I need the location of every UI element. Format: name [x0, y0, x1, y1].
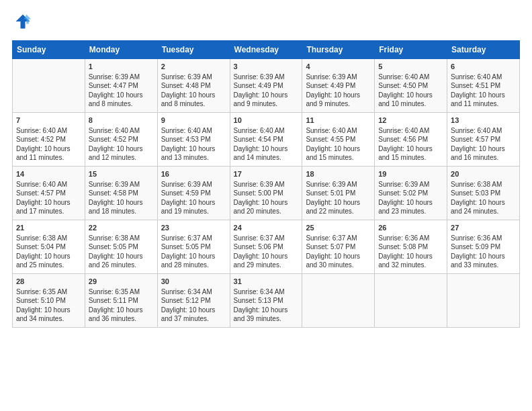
day-info-line: and 37 minutes.	[161, 314, 226, 324]
day-number: 6	[451, 62, 516, 72]
day-info-line: Sunset: 5:08 PM	[378, 242, 443, 252]
day-info-line: Daylight: 10 hours	[378, 144, 443, 154]
day-number: 25	[306, 223, 371, 233]
header-cell-thursday: Thursday	[302, 41, 375, 59]
day-info-line: Sunset: 4:59 PM	[161, 189, 226, 198]
header-cell-tuesday: Tuesday	[157, 41, 230, 59]
day-info-line: and 12 minutes.	[89, 153, 154, 163]
day-info-line: Sunrise: 6:39 AM	[234, 73, 299, 82]
day-info-line: and 22 minutes.	[306, 207, 371, 216]
day-number: 22	[89, 223, 154, 233]
day-number: 4	[306, 62, 371, 72]
day-info-line: and 15 minutes.	[378, 153, 443, 163]
day-number: 28	[16, 277, 81, 287]
day-cell: 7Sunrise: 6:40 AMSunset: 4:52 PMDaylight…	[13, 113, 85, 167]
day-info-line: Daylight: 10 hours	[306, 91, 371, 100]
day-info-line: and 8 minutes.	[161, 99, 226, 109]
day-info-line: Daylight: 10 hours	[161, 144, 226, 154]
day-info-line: Sunrise: 6:36 AM	[378, 234, 443, 243]
day-cell: 25Sunrise: 6:37 AMSunset: 5:07 PMDayligh…	[302, 220, 375, 274]
day-info-line: Sunrise: 6:38 AM	[89, 234, 154, 243]
header-cell-monday: Monday	[85, 41, 157, 59]
day-number: 24	[234, 223, 299, 233]
day-info-line: and 19 minutes.	[161, 207, 226, 216]
day-cell: 30Sunrise: 6:34 AMSunset: 5:12 PMDayligh…	[157, 274, 230, 328]
header	[12, 12, 520, 34]
day-info-line: Sunrise: 6:40 AM	[451, 73, 516, 82]
day-cell: 19Sunrise: 6:39 AMSunset: 5:02 PMDayligh…	[375, 167, 447, 220]
day-cell: 2Sunrise: 6:39 AMSunset: 4:48 PMDaylight…	[157, 59, 230, 113]
day-info-line: Sunrise: 6:37 AM	[161, 234, 226, 243]
day-info-line: Sunset: 4:48 PM	[161, 81, 226, 91]
day-info-line: Daylight: 10 hours	[451, 198, 516, 208]
day-cell: 12Sunrise: 6:40 AMSunset: 4:56 PMDayligh…	[375, 113, 447, 167]
day-number: 2	[161, 62, 226, 72]
day-info-line: Daylight: 10 hours	[161, 91, 226, 100]
day-number: 1	[89, 62, 154, 72]
day-info-line: and 17 minutes.	[16, 207, 81, 216]
header-cell-sunday: Sunday	[13, 41, 85, 59]
day-info-line: Sunset: 5:06 PM	[234, 242, 299, 252]
day-info-line: Sunset: 4:52 PM	[16, 135, 81, 144]
calendar-table: SundayMondayTuesdayWednesdayThursdayFrid…	[12, 40, 520, 328]
day-info-line: and 30 minutes.	[306, 261, 371, 270]
week-row-5: 28Sunrise: 6:35 AMSunset: 5:10 PMDayligh…	[13, 274, 520, 328]
header-cell-wednesday: Wednesday	[230, 41, 302, 59]
day-cell: 14Sunrise: 6:40 AMSunset: 4:57 PMDayligh…	[13, 167, 85, 220]
day-cell: 4Sunrise: 6:39 AMSunset: 4:49 PMDaylight…	[302, 59, 375, 113]
day-info-line: Sunset: 5:11 PM	[89, 296, 154, 306]
day-info-line: Sunset: 5:02 PM	[378, 189, 443, 198]
day-info-line: Sunset: 5:05 PM	[161, 242, 226, 252]
day-info-line: Sunset: 5:13 PM	[234, 296, 299, 306]
day-cell: 23Sunrise: 6:37 AMSunset: 5:05 PMDayligh…	[157, 220, 230, 274]
day-info-line: Sunrise: 6:40 AM	[378, 73, 443, 82]
day-info-line: and 15 minutes.	[306, 153, 371, 163]
week-row-1: 1Sunrise: 6:39 AMSunset: 4:47 PMDaylight…	[13, 59, 520, 113]
day-info-line: Daylight: 10 hours	[89, 198, 154, 208]
day-cell: 20Sunrise: 6:38 AMSunset: 5:03 PMDayligh…	[447, 167, 520, 220]
day-info-line: Sunrise: 6:38 AM	[16, 234, 81, 243]
day-info-line: Sunrise: 6:39 AM	[306, 73, 371, 82]
day-cell: 31Sunrise: 6:34 AMSunset: 5:13 PMDayligh…	[230, 274, 302, 328]
day-info-line: Sunset: 4:55 PM	[306, 135, 371, 144]
day-number: 26	[378, 223, 443, 233]
day-info-line: Sunset: 4:57 PM	[451, 135, 516, 144]
day-info-line: Sunrise: 6:35 AM	[89, 287, 154, 297]
day-info-line: Sunrise: 6:35 AM	[16, 287, 81, 297]
day-info-line: and 18 minutes.	[89, 207, 154, 216]
day-info-line: and 14 minutes.	[234, 153, 299, 163]
day-info-line: and 33 minutes.	[451, 261, 516, 270]
day-info-line: Sunset: 4:51 PM	[451, 81, 516, 91]
day-info-line: Daylight: 10 hours	[234, 306, 299, 315]
day-info-line: and 11 minutes.	[16, 153, 81, 163]
day-cell: 6Sunrise: 6:40 AMSunset: 4:51 PMDaylight…	[447, 59, 520, 113]
day-info-line: Daylight: 10 hours	[234, 144, 299, 154]
day-cell: 5Sunrise: 6:40 AMSunset: 4:50 PMDaylight…	[375, 59, 447, 113]
day-info-line: Sunrise: 6:40 AM	[234, 126, 299, 136]
day-info-line: Sunset: 5:01 PM	[306, 189, 371, 198]
day-info-line: and 29 minutes.	[234, 261, 299, 270]
day-info-line: Sunrise: 6:39 AM	[161, 73, 226, 82]
day-info-line: Sunrise: 6:40 AM	[378, 126, 443, 136]
day-number: 19	[378, 169, 443, 179]
day-info-line: Sunrise: 6:37 AM	[306, 234, 371, 243]
header-cell-friday: Friday	[375, 41, 447, 59]
day-info-line: and 13 minutes.	[161, 153, 226, 163]
day-number: 7	[16, 116, 81, 126]
week-row-2: 7Sunrise: 6:40 AMSunset: 4:52 PMDaylight…	[13, 113, 520, 167]
day-number: 29	[89, 277, 154, 287]
day-info-line: and 9 minutes.	[234, 99, 299, 109]
day-cell: 10Sunrise: 6:40 AMSunset: 4:54 PMDayligh…	[230, 113, 302, 167]
day-cell: 1Sunrise: 6:39 AMSunset: 4:47 PMDaylight…	[85, 59, 157, 113]
week-row-3: 14Sunrise: 6:40 AMSunset: 4:57 PMDayligh…	[13, 167, 520, 220]
day-number: 20	[451, 169, 516, 179]
calendar-page: SundayMondayTuesdayWednesdayThursdayFrid…	[0, 0, 532, 411]
logo	[12, 12, 32, 34]
day-cell: 3Sunrise: 6:39 AMSunset: 4:49 PMDaylight…	[230, 59, 302, 113]
day-info-line: Sunset: 4:49 PM	[306, 81, 371, 91]
day-cell: 11Sunrise: 6:40 AMSunset: 4:55 PMDayligh…	[302, 113, 375, 167]
day-info-line: and 28 minutes.	[161, 261, 226, 270]
day-info-line: Daylight: 10 hours	[378, 91, 443, 100]
day-info-line: Daylight: 10 hours	[16, 252, 81, 261]
day-cell: 26Sunrise: 6:36 AMSunset: 5:08 PMDayligh…	[375, 220, 447, 274]
